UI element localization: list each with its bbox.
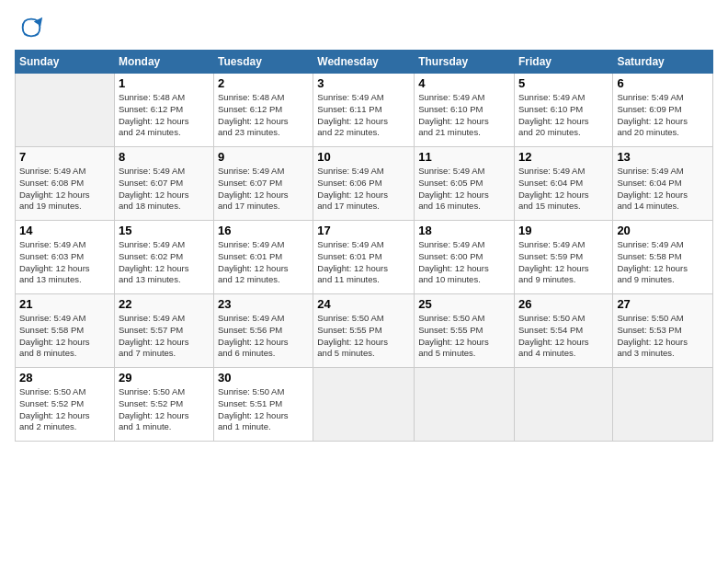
day-number: 18 <box>418 224 510 237</box>
day-info: Sunrise: 5:49 AM Sunset: 5:57 PM Dayligh… <box>119 313 210 360</box>
col-header-saturday: Saturday <box>613 51 713 74</box>
header <box>15 15 713 40</box>
day-info: Sunrise: 5:49 AM Sunset: 6:05 PM Dayligh… <box>418 166 510 213</box>
day-info: Sunrise: 5:49 AM Sunset: 5:59 PM Dayligh… <box>518 239 609 286</box>
day-number: 1 <box>119 76 210 90</box>
day-info: Sunrise: 5:49 AM Sunset: 6:10 PM Dayligh… <box>518 92 609 139</box>
day-cell: 30Sunrise: 5:50 AM Sunset: 5:51 PM Dayli… <box>214 368 313 442</box>
col-header-sunday: Sunday <box>16 51 115 74</box>
day-number: 9 <box>218 150 309 164</box>
day-number: 5 <box>518 76 609 90</box>
day-info: Sunrise: 5:49 AM Sunset: 6:10 PM Dayligh… <box>418 92 510 139</box>
day-info: Sunrise: 5:49 AM Sunset: 6:09 PM Dayligh… <box>617 92 709 139</box>
day-cell: 7Sunrise: 5:49 AM Sunset: 6:08 PM Daylig… <box>16 147 115 221</box>
day-number: 13 <box>617 150 709 164</box>
day-number: 28 <box>19 371 110 385</box>
day-info: Sunrise: 5:49 AM Sunset: 5:56 PM Dayligh… <box>218 313 309 360</box>
day-number: 27 <box>617 297 709 311</box>
day-number: 22 <box>119 297 210 311</box>
day-cell: 4Sunrise: 5:49 AM Sunset: 6:10 PM Daylig… <box>415 74 515 147</box>
day-cell <box>313 368 415 442</box>
calendar-header: SundayMondayTuesdayWednesdayThursdayFrid… <box>16 51 713 74</box>
day-number: 7 <box>19 150 110 164</box>
day-cell <box>613 368 713 442</box>
day-info: Sunrise: 5:50 AM Sunset: 5:52 PM Dayligh… <box>19 386 110 433</box>
day-cell <box>514 368 612 442</box>
day-cell: 9Sunrise: 5:49 AM Sunset: 6:07 PM Daylig… <box>214 147 313 221</box>
day-info: Sunrise: 5:49 AM Sunset: 6:04 PM Dayligh… <box>518 166 609 213</box>
day-cell: 14Sunrise: 5:49 AM Sunset: 6:03 PM Dayli… <box>16 221 115 294</box>
day-info: Sunrise: 5:50 AM Sunset: 5:53 PM Dayligh… <box>617 313 709 360</box>
day-info: Sunrise: 5:49 AM Sunset: 6:02 PM Dayligh… <box>119 239 210 286</box>
day-info: Sunrise: 5:50 AM Sunset: 5:51 PM Dayligh… <box>218 386 309 433</box>
day-number: 6 <box>617 76 709 90</box>
day-cell: 20Sunrise: 5:49 AM Sunset: 5:58 PM Dayli… <box>613 221 713 294</box>
logo-text <box>15 15 44 40</box>
day-number: 10 <box>317 150 410 164</box>
day-cell: 28Sunrise: 5:50 AM Sunset: 5:52 PM Dayli… <box>16 368 115 442</box>
day-cell: 8Sunrise: 5:49 AM Sunset: 6:07 PM Daylig… <box>114 147 213 221</box>
day-cell: 18Sunrise: 5:49 AM Sunset: 6:00 PM Dayli… <box>415 221 515 294</box>
day-number: 12 <box>518 150 609 164</box>
day-cell: 22Sunrise: 5:49 AM Sunset: 5:57 PM Dayli… <box>114 294 213 368</box>
calendar-table: SundayMondayTuesdayWednesdayThursdayFrid… <box>15 50 713 442</box>
day-info: Sunrise: 5:50 AM Sunset: 5:54 PM Dayligh… <box>518 313 609 360</box>
day-number: 19 <box>518 224 609 237</box>
week-row-2: 7Sunrise: 5:49 AM Sunset: 6:08 PM Daylig… <box>16 147 713 221</box>
day-info: Sunrise: 5:49 AM Sunset: 6:03 PM Dayligh… <box>19 239 110 286</box>
day-info: Sunrise: 5:49 AM Sunset: 6:01 PM Dayligh… <box>317 239 410 286</box>
day-info: Sunrise: 5:49 AM Sunset: 6:04 PM Dayligh… <box>617 166 709 213</box>
day-cell: 24Sunrise: 5:50 AM Sunset: 5:55 PM Dayli… <box>313 294 415 368</box>
col-header-thursday: Thursday <box>415 51 515 74</box>
day-info: Sunrise: 5:49 AM Sunset: 5:58 PM Dayligh… <box>617 239 709 286</box>
day-cell: 27Sunrise: 5:50 AM Sunset: 5:53 PM Dayli… <box>613 294 713 368</box>
day-cell: 21Sunrise: 5:49 AM Sunset: 5:58 PM Dayli… <box>16 294 115 368</box>
day-number: 23 <box>218 297 309 311</box>
logo <box>15 15 44 40</box>
day-number: 17 <box>317 224 410 237</box>
day-cell: 25Sunrise: 5:50 AM Sunset: 5:55 PM Dayli… <box>415 294 515 368</box>
day-cell: 2Sunrise: 5:48 AM Sunset: 6:12 PM Daylig… <box>214 74 313 147</box>
day-info: Sunrise: 5:50 AM Sunset: 5:52 PM Dayligh… <box>119 386 210 433</box>
col-header-tuesday: Tuesday <box>214 51 313 74</box>
day-number: 15 <box>119 224 210 237</box>
week-row-5: 28Sunrise: 5:50 AM Sunset: 5:52 PM Dayli… <box>16 368 713 442</box>
day-info: Sunrise: 5:49 AM Sunset: 6:07 PM Dayligh… <box>119 166 210 213</box>
day-info: Sunrise: 5:49 AM Sunset: 6:06 PM Dayligh… <box>317 166 410 213</box>
week-row-3: 14Sunrise: 5:49 AM Sunset: 6:03 PM Dayli… <box>16 221 713 294</box>
calendar-body: 1Sunrise: 5:48 AM Sunset: 6:12 PM Daylig… <box>16 74 713 442</box>
day-number: 24 <box>317 297 410 311</box>
day-info: Sunrise: 5:48 AM Sunset: 6:12 PM Dayligh… <box>218 92 309 139</box>
day-cell: 5Sunrise: 5:49 AM Sunset: 6:10 PM Daylig… <box>514 74 612 147</box>
day-number: 30 <box>218 371 309 385</box>
day-info: Sunrise: 5:50 AM Sunset: 5:55 PM Dayligh… <box>418 313 510 360</box>
day-cell: 19Sunrise: 5:49 AM Sunset: 5:59 PM Dayli… <box>514 221 612 294</box>
day-number: 25 <box>418 297 510 311</box>
day-cell: 23Sunrise: 5:49 AM Sunset: 5:56 PM Dayli… <box>214 294 313 368</box>
day-info: Sunrise: 5:48 AM Sunset: 6:12 PM Dayligh… <box>119 92 210 139</box>
day-number: 11 <box>418 150 510 164</box>
day-info: Sunrise: 5:50 AM Sunset: 5:55 PM Dayligh… <box>317 313 410 360</box>
week-row-1: 1Sunrise: 5:48 AM Sunset: 6:12 PM Daylig… <box>16 74 713 147</box>
day-cell: 12Sunrise: 5:49 AM Sunset: 6:04 PM Dayli… <box>514 147 612 221</box>
day-number: 8 <box>119 150 210 164</box>
day-cell: 17Sunrise: 5:49 AM Sunset: 6:01 PM Dayli… <box>313 221 415 294</box>
col-header-monday: Monday <box>114 51 213 74</box>
day-info: Sunrise: 5:49 AM Sunset: 6:00 PM Dayligh… <box>418 239 510 286</box>
day-cell <box>16 74 115 147</box>
day-cell: 6Sunrise: 5:49 AM Sunset: 6:09 PM Daylig… <box>613 74 713 147</box>
day-number: 2 <box>218 76 309 90</box>
day-cell <box>415 368 515 442</box>
week-row-4: 21Sunrise: 5:49 AM Sunset: 5:58 PM Dayli… <box>16 294 713 368</box>
day-info: Sunrise: 5:49 AM Sunset: 6:07 PM Dayligh… <box>218 166 309 213</box>
col-header-friday: Friday <box>514 51 612 74</box>
day-cell: 29Sunrise: 5:50 AM Sunset: 5:52 PM Dayli… <box>114 368 213 442</box>
day-cell: 3Sunrise: 5:49 AM Sunset: 6:11 PM Daylig… <box>313 74 415 147</box>
logo-icon <box>18 15 44 40</box>
day-info: Sunrise: 5:49 AM Sunset: 6:11 PM Dayligh… <box>317 92 410 139</box>
day-number: 26 <box>518 297 609 311</box>
page: SundayMondayTuesdayWednesdayThursdayFrid… <box>0 0 728 563</box>
day-cell: 16Sunrise: 5:49 AM Sunset: 6:01 PM Dayli… <box>214 221 313 294</box>
day-number: 20 <box>617 224 709 237</box>
day-cell: 10Sunrise: 5:49 AM Sunset: 6:06 PM Dayli… <box>313 147 415 221</box>
